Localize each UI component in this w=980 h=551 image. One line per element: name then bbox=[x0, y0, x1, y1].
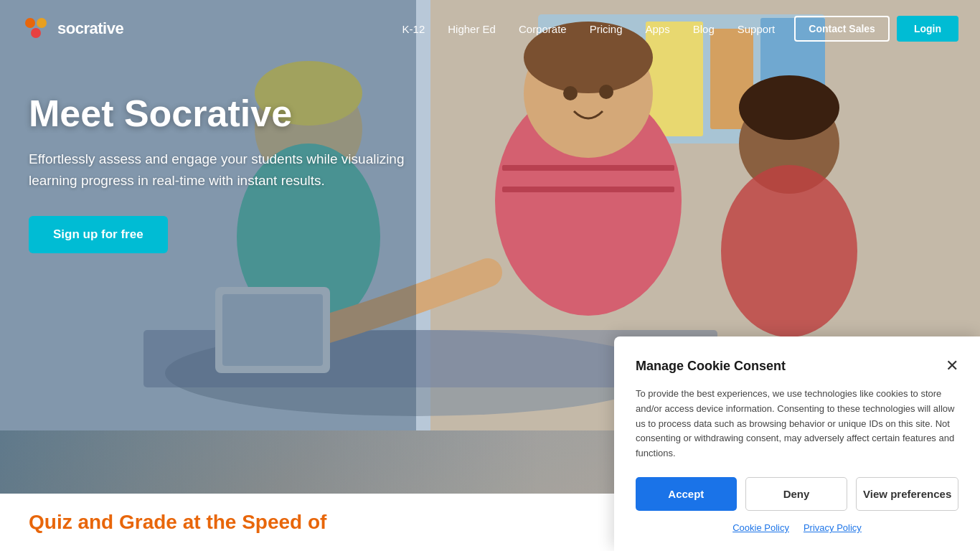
logo[interactable]: socrative bbox=[22, 14, 123, 43]
nav-higher-ed[interactable]: Higher Ed bbox=[439, 19, 504, 39]
hero-title: Meet Socrative bbox=[29, 93, 445, 134]
cookie-modal-title: Manage Cookie Consent bbox=[636, 359, 786, 374]
svg-rect-13 bbox=[502, 165, 674, 171]
nav-blog[interactable]: Blog bbox=[684, 19, 723, 39]
cookie-buttons: Accept Deny View preferences bbox=[636, 477, 958, 511]
socrative-logo-icon bbox=[22, 14, 50, 43]
login-button[interactable]: Login bbox=[897, 16, 958, 42]
below-fold-title: Quiz and Grade at the Speed of bbox=[29, 511, 326, 534]
cookie-modal: Manage Cookie Consent ✕ To provide the b… bbox=[614, 336, 980, 551]
cookie-header: Manage Cookie Consent ✕ bbox=[636, 358, 958, 374]
svg-point-20 bbox=[721, 165, 857, 337]
signup-button[interactable]: Sign up for free bbox=[29, 216, 168, 253]
svg-point-26 bbox=[31, 28, 41, 38]
hero-content: Meet Socrative Effortlessly assess and e… bbox=[29, 93, 445, 253]
nav-k12[interactable]: K-12 bbox=[394, 19, 434, 39]
cookie-policy-link[interactable]: Cookie Policy bbox=[732, 522, 789, 533]
svg-point-12 bbox=[599, 85, 613, 99]
svg-point-24 bbox=[25, 18, 35, 28]
nav-pricing[interactable]: Pricing bbox=[581, 19, 631, 39]
nav-links: K-12 Higher Ed Corporate Pricing Apps Bl… bbox=[394, 19, 784, 39]
logo-text: socrative bbox=[57, 19, 123, 38]
svg-point-25 bbox=[37, 18, 47, 28]
contact-sales-button[interactable]: Contact Sales bbox=[794, 16, 890, 42]
svg-point-19 bbox=[739, 75, 839, 140]
cookie-deny-button[interactable]: Deny bbox=[745, 477, 848, 511]
privacy-policy-link[interactable]: Privacy Policy bbox=[804, 522, 862, 533]
cookie-view-preferences-button[interactable]: View preferences bbox=[856, 477, 958, 511]
nav-corporate[interactable]: Corporate bbox=[510, 19, 575, 39]
svg-rect-14 bbox=[502, 187, 674, 192]
hero-subtitle: Effortlessly assess and engage your stud… bbox=[29, 149, 445, 191]
cookie-footer-links: Cookie Policy Privacy Policy bbox=[636, 522, 958, 533]
nav-apps[interactable]: Apps bbox=[637, 19, 679, 39]
nav-support[interactable]: Support bbox=[729, 19, 784, 39]
cookie-accept-button[interactable]: Accept bbox=[636, 477, 737, 511]
cookie-modal-body: To provide the best experiences, we use … bbox=[636, 387, 958, 461]
svg-point-11 bbox=[563, 86, 578, 100]
cookie-close-button[interactable]: ✕ bbox=[946, 358, 958, 374]
